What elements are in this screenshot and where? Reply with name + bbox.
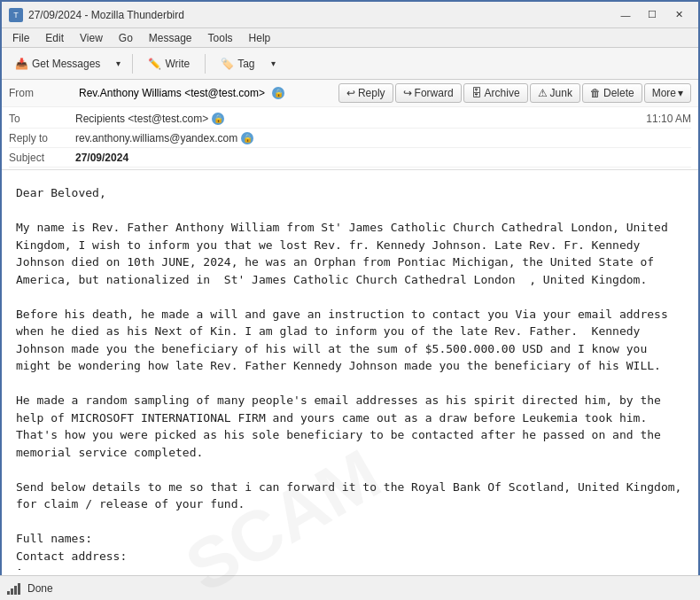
to-security-icon: 🔒 xyxy=(212,113,224,125)
titlebar: T 27/09/2024 - Mozilla Thunderbird — ☐ ✕ xyxy=(2,2,698,28)
toolbar: 📥 Get Messages ▾ ✏️ Write 🏷️ Tag ▾ xyxy=(2,48,698,80)
subject-label: Subject xyxy=(9,152,75,164)
more-chevron-icon: ▾ xyxy=(678,87,683,99)
junk-button[interactable]: ⚠ Junk xyxy=(530,83,580,103)
thunderbird-icon: T xyxy=(9,8,23,22)
to-row: To Recipients <test@test.com> 🔒 11:10 AM xyxy=(9,109,691,129)
delete-label: Delete xyxy=(603,87,634,99)
signal-bar-3 xyxy=(14,586,17,595)
subject-row: Subject 27/09/2024 xyxy=(9,148,691,168)
get-messages-label: Get Messages xyxy=(32,58,100,70)
write-button[interactable]: ✏️ Write xyxy=(140,54,198,74)
delete-button[interactable]: 🗑 Delete xyxy=(582,83,642,103)
get-messages-chevron[interactable]: ▾ xyxy=(112,55,125,72)
get-messages-button[interactable]: 📥 Get Messages xyxy=(7,54,108,74)
forward-button[interactable]: ↪ Forward xyxy=(395,83,462,103)
reply-icon: ↩ xyxy=(346,87,355,99)
reply-button[interactable]: ↩ Reply xyxy=(338,83,393,103)
from-area: From Rev.Anthony Williams <test@test.com… xyxy=(9,87,284,99)
minimize-button[interactable]: — xyxy=(613,5,638,25)
reply-to-value: rev.anthony.williams@yandex.com xyxy=(75,132,237,144)
menubar: File Edit View Go Message Tools Help xyxy=(2,28,698,48)
menu-view[interactable]: View xyxy=(73,30,110,46)
tag-chevron[interactable]: ▾ xyxy=(267,55,280,72)
email-time: 11:10 AM xyxy=(646,113,691,125)
action-buttons: ↩ Reply ↪ Forward 🗄 Archive ⚠ Junk 🗑 Del… xyxy=(338,83,691,103)
reply-label: Reply xyxy=(358,87,385,99)
titlebar-title: 27/09/2024 - Mozilla Thunderbird xyxy=(28,9,184,21)
signal-bar-4 xyxy=(18,583,20,595)
toolbar-separator-1 xyxy=(132,54,133,74)
get-messages-icon: 📥 xyxy=(15,58,28,70)
close-button[interactable]: ✕ xyxy=(666,5,691,25)
body-container: SCAM Dear Beloved, My name is Rev. Fathe… xyxy=(2,170,698,570)
forward-label: Forward xyxy=(415,87,454,99)
menu-go[interactable]: Go xyxy=(112,30,140,46)
status-signal xyxy=(7,582,20,595)
to-value: Recipients <test@test.com> xyxy=(75,113,208,125)
reply-to-security-icon: 🔒 xyxy=(241,132,253,144)
more-label: More xyxy=(652,87,676,99)
status-text: Done xyxy=(27,582,53,595)
archive-icon: 🗄 xyxy=(471,87,482,99)
reply-to-row: Reply to rev.anthony.williams@yandex.com… xyxy=(9,129,691,148)
tag-icon: 🏷️ xyxy=(221,58,234,70)
menu-edit[interactable]: Edit xyxy=(38,30,71,46)
signal-bars xyxy=(7,582,20,595)
from-label: From xyxy=(9,87,75,99)
signal-bar-1 xyxy=(7,591,10,595)
titlebar-controls: — ☐ ✕ xyxy=(613,5,691,25)
email-header-section: From Rev.Anthony Williams <test@test.com… xyxy=(2,80,698,170)
delete-icon: 🗑 xyxy=(590,87,601,99)
maximize-button[interactable]: ☐ xyxy=(640,5,665,25)
write-icon: ✏️ xyxy=(148,58,161,70)
menu-message[interactable]: Message xyxy=(142,30,199,46)
statusbar: Done xyxy=(0,575,700,600)
to-label: To xyxy=(9,113,75,125)
junk-icon: ⚠ xyxy=(538,87,548,99)
tag-button[interactable]: 🏷️ Tag xyxy=(213,54,262,74)
menu-file[interactable]: File xyxy=(5,30,36,46)
tag-label: Tag xyxy=(237,58,254,70)
email-header-actions: From Rev.Anthony Williams <test@test.com… xyxy=(2,80,698,107)
archive-label: Archive xyxy=(485,87,520,99)
menu-help[interactable]: Help xyxy=(242,30,278,46)
forward-icon: ↪ xyxy=(403,87,412,99)
reply-to-label: Reply to xyxy=(9,132,75,144)
from-value: Rev.Anthony Williams <test@test.com> xyxy=(79,87,265,99)
subject-value: 27/09/2024 xyxy=(75,152,128,164)
write-label: Write xyxy=(165,58,190,70)
email-meta: To Recipients <test@test.com> 🔒 11:10 AM… xyxy=(2,107,698,169)
junk-label: Junk xyxy=(550,87,572,99)
archive-button[interactable]: 🗄 Archive xyxy=(463,83,528,103)
more-button[interactable]: More ▾ xyxy=(644,83,691,103)
signal-bar-2 xyxy=(11,588,13,595)
email-body: Dear Beloved, My name is Rev. Father Ant… xyxy=(2,170,698,570)
menu-tools[interactable]: Tools xyxy=(201,30,240,46)
security-icon: 🔒 xyxy=(272,87,284,99)
titlebar-left: T 27/09/2024 - Mozilla Thunderbird xyxy=(9,8,184,22)
toolbar-separator-2 xyxy=(205,54,206,74)
